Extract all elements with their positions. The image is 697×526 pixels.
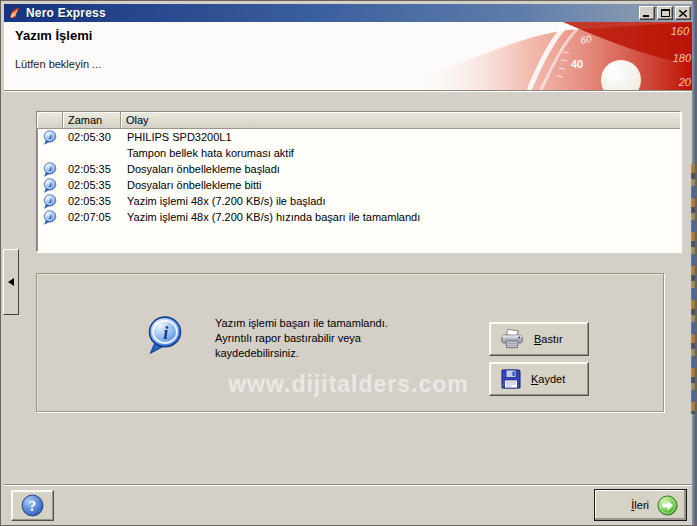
result-message: Yazım işlemi başarı ile tamamlandı. Ayrı… xyxy=(215,316,388,361)
next-button[interactable]: İleri xyxy=(594,489,687,521)
save-button[interactable]: Kaydet xyxy=(489,362,589,396)
next-button-label: İleri xyxy=(631,499,649,511)
wizard-header: 60 40 160 180 20 Yazım İşlemi Lütfen bek… xyxy=(4,22,693,91)
table-row[interactable]: 02:07:05 Yazim işlemi 48x (7.200 KB/s) h… xyxy=(37,209,680,225)
maximize-button[interactable] xyxy=(657,6,673,20)
table-row[interactable]: 02:05:35 Yazim işlemi 48x (7.200 KB/s) i… xyxy=(37,193,680,209)
table-row[interactable]: Tampon bellek hata koruması aktif xyxy=(37,145,680,161)
right-edge-decoration xyxy=(691,164,695,414)
next-arrow-icon xyxy=(657,495,678,516)
print-button[interactable]: Bastır xyxy=(489,322,589,356)
nero-gauge-artwork: 60 40 160 180 20 xyxy=(413,22,693,90)
table-row[interactable]: 02:05:30 PHILIPS SPD3200L1 xyxy=(37,129,680,145)
titlebar: Nero Express xyxy=(4,4,693,22)
svg-text:?: ? xyxy=(29,498,36,514)
nero-express-window: Nero Express 60 40 16 xyxy=(0,0,697,526)
table-row[interactable]: 02:05:35 Dosyaları önbellekleme başladı xyxy=(37,161,680,177)
table-header: Zaman Olay xyxy=(37,112,680,129)
nero-app-icon xyxy=(7,6,23,20)
footer-divider xyxy=(4,484,693,485)
window-title: Nero Express xyxy=(26,6,639,20)
sidebar-expand-handle[interactable] xyxy=(3,249,19,315)
print-button-label: Bastır xyxy=(534,333,563,345)
page-subtitle: Lütfen bekleyin ... xyxy=(15,58,101,70)
info-balloon-icon xyxy=(43,162,57,177)
save-button-label: Kaydet xyxy=(531,373,565,385)
info-balloon-icon xyxy=(43,130,57,145)
floppy-disk-icon xyxy=(500,368,522,390)
svg-text:180: 180 xyxy=(673,52,692,64)
chevron-left-icon xyxy=(8,278,14,286)
svg-text:40: 40 xyxy=(571,58,583,70)
table-row[interactable]: 02:05:35 Dosyaları önbellekleme bitti xyxy=(37,177,680,193)
svg-text:20: 20 xyxy=(678,76,692,88)
info-balloon-icon xyxy=(43,210,57,225)
minimize-button[interactable] xyxy=(639,6,655,20)
info-balloon-icon xyxy=(43,178,57,193)
column-header-icon[interactable] xyxy=(37,112,63,129)
svg-text:160: 160 xyxy=(671,25,690,37)
column-header-time[interactable]: Zaman xyxy=(63,112,121,129)
result-panel: Yazım işlemi başarı ile tamamlandı. Ayrı… xyxy=(36,273,664,412)
info-balloon-icon xyxy=(43,194,57,209)
event-log-table: Zaman Olay 02:05:30 PHILIPS SPD3200L1 Ta… xyxy=(36,111,681,252)
printer-icon xyxy=(500,328,525,350)
column-header-event[interactable]: Olay xyxy=(121,112,680,129)
help-button[interactable]: ? xyxy=(11,490,54,521)
page-title: Yazım İşlemi xyxy=(15,28,92,43)
info-balloon-icon xyxy=(147,314,183,356)
help-question-icon: ? xyxy=(21,494,44,517)
close-button[interactable] xyxy=(675,6,691,20)
